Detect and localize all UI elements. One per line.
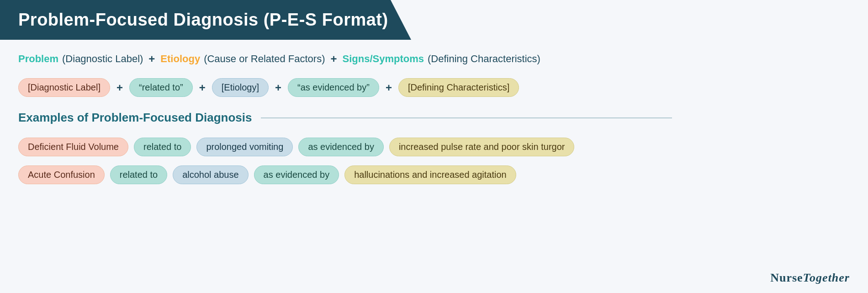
formula-signs-label: Signs/Symptoms <box>342 53 423 65</box>
watermark: NurseTogether <box>770 271 850 285</box>
example1-etiology: prolonged vomiting <box>196 138 293 156</box>
example2-as-evidenced-by: as evidenced by <box>254 165 339 184</box>
example2-related-to: related to <box>110 165 167 184</box>
section-title: Examples of Problem-Focused Diagnosis <box>18 111 252 125</box>
pill-plus-2: + <box>199 81 206 94</box>
pill-plus-1: + <box>116 81 123 94</box>
formula-plus-2: + <box>330 53 337 65</box>
pills-row: [Diagnostic Label] + “related to” + [Eti… <box>18 78 850 97</box>
example1-related-to: related to <box>134 138 191 156</box>
section-divider <box>261 117 672 118</box>
formula-etiology-label: Etiology <box>160 53 200 65</box>
example1-problem: Deficient Fluid Volume <box>18 138 128 156</box>
watermark-together: Together <box>803 271 850 284</box>
pill-etiology: [Etiology] <box>212 78 269 97</box>
example2-signs: hallucinations and increased agitation <box>344 165 516 184</box>
pill-plus-3: + <box>275 81 281 94</box>
formula-problem-paren: (Diagnostic Label) <box>62 53 143 65</box>
watermark-nurse: Nurse <box>770 271 803 284</box>
formula-row: Problem (Diagnostic Label) + Etiology (C… <box>18 53 850 65</box>
example1-signs: increased pulse rate and poor skin turgo… <box>389 138 575 156</box>
page-container: Problem-Focused Diagnosis (P-E-S Format)… <box>0 0 868 293</box>
header-banner: Problem-Focused Diagnosis (P-E-S Format) <box>0 0 411 40</box>
section-title-row: Examples of Problem-Focused Diagnosis <box>18 111 850 125</box>
example-row-2: Acute Confusion related to alcohol abuse… <box>18 165 850 184</box>
formula-plus-1: + <box>148 53 155 65</box>
formula-signs-paren: (Defining Characteristics) <box>428 53 540 65</box>
formula-problem-label: Problem <box>18 53 58 65</box>
main-content: Problem (Diagnostic Label) + Etiology (C… <box>0 53 868 207</box>
example2-problem: Acute Confusion <box>18 165 105 184</box>
pill-related-to: “related to” <box>129 78 193 97</box>
example1-as-evidenced-by: as evidenced by <box>298 138 384 156</box>
example-row-1: Deficient Fluid Volume related to prolon… <box>18 138 850 156</box>
pill-as-evidenced-by: “as evidenced by” <box>288 78 379 97</box>
formula-etiology-paren: (Cause or Related Factors) <box>204 53 325 65</box>
pill-diagnostic-label: [Diagnostic Label] <box>18 78 110 97</box>
pill-defining-characteristics: [Defining Characteristics] <box>398 78 519 97</box>
page-title: Problem-Focused Diagnosis (P-E-S Format) <box>18 10 388 29</box>
pill-plus-4: + <box>386 81 392 94</box>
example2-etiology: alcohol abuse <box>173 165 248 184</box>
